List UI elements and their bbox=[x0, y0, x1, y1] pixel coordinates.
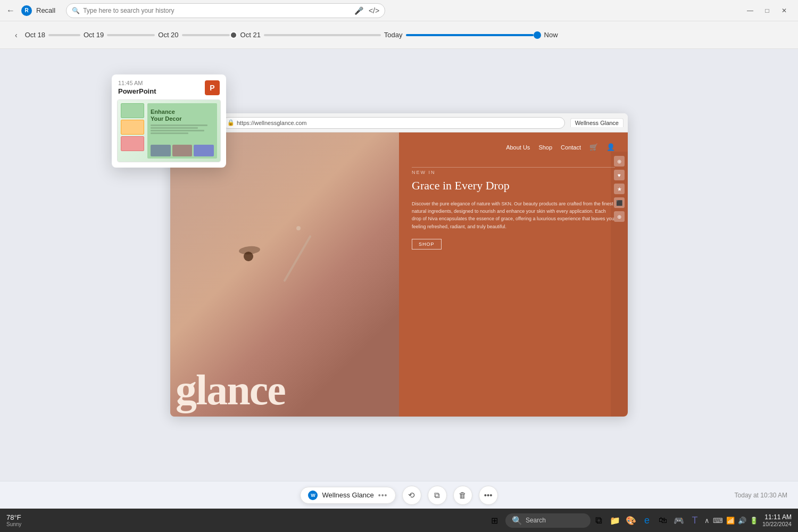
taskbar: 78°F Sunny ⊞ 🔍 Search ⧉ 📁 🎨 e 🛍 🎮 T ∧ ⌨ … bbox=[0, 509, 798, 532]
taskbar-edge[interactable]: e bbox=[639, 513, 654, 528]
taskbar-store[interactable]: 🛍 bbox=[655, 513, 670, 528]
search-bar[interactable]: 🔍 🎤 </> bbox=[66, 3, 385, 18]
address-text: https://wellnessglance.com bbox=[237, 120, 306, 126]
taskbar-search-label: Search bbox=[526, 517, 546, 524]
ppt-slide-main: EnhanceYour Decor bbox=[147, 103, 217, 159]
taskbar-folders[interactable]: 📁 bbox=[608, 513, 622, 528]
back-button[interactable]: ← bbox=[6, 6, 15, 15]
timeline-label-now: Now bbox=[541, 31, 561, 39]
sidebar-icon-5[interactable]: ⊕ bbox=[614, 211, 625, 222]
minimize-button[interactable]: — bbox=[743, 3, 758, 18]
action-copy-btn[interactable]: ⧉ bbox=[428, 486, 447, 505]
site-glance-text: glance bbox=[176, 369, 285, 411]
timeline-oct20[interactable]: Oct 20 bbox=[155, 31, 181, 39]
action-refresh-btn[interactable]: ⟲ bbox=[402, 486, 421, 505]
sys-volume[interactable]: 🔊 bbox=[738, 517, 746, 525]
browser-address-bar[interactable]: 🔒 https://wellnessglance.com bbox=[222, 117, 565, 129]
action-delete-btn[interactable]: 🗑 bbox=[453, 486, 472, 505]
sys-wifi[interactable]: 📶 bbox=[726, 517, 735, 525]
site-right-panel: About Us Shop Contact 🛒 👤 NEW IN Grace i… bbox=[399, 132, 628, 417]
wellness-site: glance About Us Shop Contact 🛒 👤 NEW IN … bbox=[170, 132, 628, 417]
close-button[interactable]: ✕ bbox=[777, 3, 792, 18]
sidebar-icon-3[interactable]: ★ bbox=[614, 184, 625, 194]
ppt-img-3 bbox=[194, 145, 214, 156]
timeline-bar-3 bbox=[182, 34, 230, 36]
timeline-label-oct19: Oct 19 bbox=[80, 31, 107, 39]
ppt-line-3 bbox=[151, 130, 204, 131]
timeline-oct19[interactable]: Oct 19 bbox=[80, 31, 107, 39]
mic-button[interactable]: 🎤 bbox=[354, 6, 363, 15]
ppt-line-4 bbox=[151, 132, 188, 134]
site-sidebar: ⊕ ♥ ★ ⬛ ⊕ bbox=[611, 152, 628, 417]
taskbar-weather: 78°F Sunny bbox=[6, 513, 21, 527]
timeline-back-arrow[interactable]: ‹ bbox=[11, 29, 22, 41]
taskbar-clock[interactable]: 11:11 AM 10/22/2024 bbox=[762, 513, 792, 527]
site-headline: Grace in Every Drop bbox=[412, 178, 615, 194]
weather-temperature: 78°F bbox=[6, 513, 21, 521]
windows-logo: ⊞ bbox=[491, 516, 498, 526]
sidebar-icon-4[interactable]: ⬛ bbox=[614, 197, 625, 208]
main-area: 11:45 AM PowerPoint P EnhanceYour Decor bbox=[0, 49, 798, 481]
taskbar-right: ∧ ⌨ 📶 🔊 🔋 11:11 AM 10/22/2024 bbox=[704, 513, 792, 527]
timeline-oct18[interactable]: Oct 18 bbox=[22, 31, 48, 39]
app-chip[interactable]: W Wellness Glance ••• bbox=[300, 487, 395, 504]
timeline-oct21[interactable]: Oct 21 bbox=[237, 31, 264, 39]
title-bar: ← R Recall 🔍 🎤 </> — □ ✕ bbox=[0, 0, 798, 21]
start-button[interactable]: ⊞ bbox=[485, 511, 504, 530]
ppt-thumbnail[interactable]: EnhanceYour Decor bbox=[117, 99, 221, 162]
bottom-timestamp: Today at 10:30 AM bbox=[735, 492, 787, 499]
taskbar-apps[interactable]: 🎨 bbox=[624, 513, 638, 528]
taskbar-sys-icons: ∧ ⌨ 📶 🔊 🔋 bbox=[704, 517, 758, 525]
sidebar-icon-2[interactable]: ♥ bbox=[614, 170, 625, 180]
chip-app-icon: W bbox=[308, 491, 318, 500]
timeline-label-oct20: Oct 20 bbox=[155, 31, 181, 39]
sys-battery[interactable]: 🔋 bbox=[750, 517, 758, 525]
ppt-img-2 bbox=[172, 145, 193, 156]
window-controls: — □ ✕ bbox=[743, 3, 792, 18]
site-left-panel: glance bbox=[170, 132, 399, 417]
taskbar-search[interactable]: 🔍 Search bbox=[505, 513, 591, 528]
timeline-bar-1 bbox=[48, 34, 80, 36]
code-button[interactable]: </> bbox=[369, 6, 379, 15]
timeline: ‹ Oct 18 Oct 19 Oct 20 Oct 21 Today Now bbox=[0, 21, 798, 49]
ppt-line-2 bbox=[151, 127, 198, 129]
app-title: Recall bbox=[36, 6, 55, 14]
sidebar-icon-1[interactable]: ⊕ bbox=[614, 156, 625, 167]
app-icon: R bbox=[21, 5, 32, 16]
site-shop-button[interactable]: SHOP bbox=[412, 239, 442, 250]
site-nav-about[interactable]: About Us bbox=[506, 144, 530, 151]
timeline-today[interactable]: Today bbox=[381, 31, 406, 39]
browser-window: ← → 🔒 https://wellnessglance.com Wellnes… bbox=[170, 113, 628, 417]
ppt-images-row bbox=[151, 145, 214, 156]
taskbar-game[interactable]: 🎮 bbox=[671, 513, 686, 528]
ppt-app-icon: P bbox=[205, 80, 220, 95]
site-description: Discover the pure elegance of nature wit… bbox=[412, 200, 615, 231]
sys-chevron[interactable]: ∧ bbox=[704, 517, 710, 525]
clock-time: 11:11 AM bbox=[762, 513, 792, 521]
user-icon[interactable]: 👤 bbox=[606, 143, 615, 151]
taskbar-widgets[interactable]: ⧉ bbox=[592, 513, 606, 528]
timeline-label-oct21: Oct 21 bbox=[237, 31, 264, 39]
timeline-now-dot bbox=[534, 31, 541, 39]
powerpoint-popup[interactable]: 11:45 AM PowerPoint P EnhanceYour Decor bbox=[112, 74, 226, 168]
timeline-cursor[interactable] bbox=[230, 31, 237, 39]
ppt-thumb-inner: EnhanceYour Decor bbox=[118, 100, 220, 162]
clock-date: 10/22/2024 bbox=[762, 521, 792, 527]
maximize-button[interactable]: □ bbox=[760, 3, 775, 18]
ppt-slide-thumb-1 bbox=[121, 103, 144, 118]
browser-tabs: Wellness Glance bbox=[570, 118, 624, 127]
ppt-img-1 bbox=[151, 145, 171, 156]
taskbar-teams[interactable]: T bbox=[687, 513, 702, 528]
action-more-btn[interactable]: ••• bbox=[479, 486, 498, 505]
timeline-bar-2 bbox=[107, 34, 155, 36]
search-input[interactable] bbox=[83, 7, 349, 14]
taskbar-left: 78°F Sunny bbox=[6, 513, 483, 527]
chip-more-dots[interactable]: ••• bbox=[378, 491, 388, 500]
browser-tab-wellness[interactable]: Wellness Glance bbox=[570, 118, 624, 127]
sys-keyboard[interactable]: ⌨ bbox=[713, 517, 723, 525]
cart-icon[interactable]: 🛒 bbox=[589, 143, 598, 151]
site-nav-contact[interactable]: Contact bbox=[561, 144, 581, 151]
timeline-label-oct18: Oct 18 bbox=[22, 31, 48, 39]
site-nav-shop[interactable]: Shop bbox=[538, 144, 552, 151]
ppt-slide-panel bbox=[121, 103, 144, 151]
